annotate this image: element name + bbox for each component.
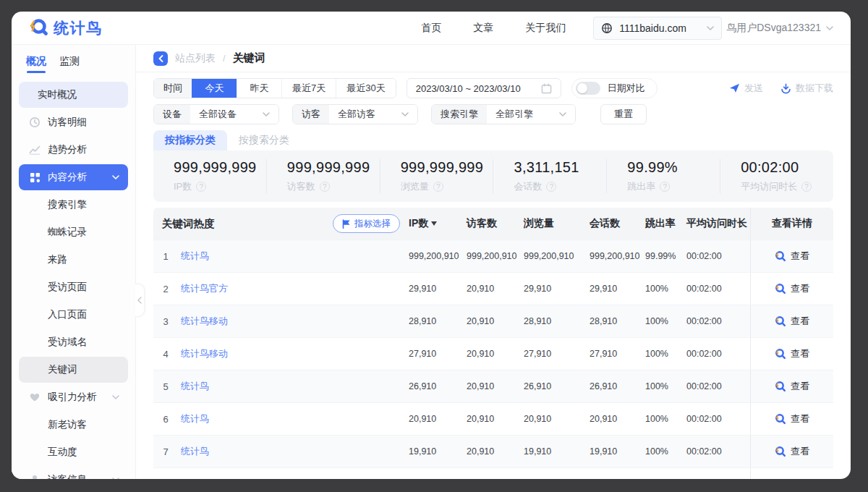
column-header-平均访问时长[interactable]: 平均访问时长 (686, 217, 750, 230)
view-button[interactable]: 查看 (775, 250, 809, 263)
cell-sessions: 20,910 (590, 414, 645, 424)
row-rank: 6 (153, 414, 178, 425)
chevron-down-icon (707, 26, 714, 30)
user-menu[interactable]: 鸟用户DSvga123321 (726, 22, 833, 35)
sidebar-item-visitor-detail[interactable]: 访客明细 (19, 109, 128, 135)
download-label: 数据下载 (796, 82, 833, 95)
brand-logo[interactable]: 统计鸟 (29, 17, 103, 39)
sidebar-item-visited-pages[interactable]: 受访页面 (19, 274, 128, 300)
sidebar-item-realtime-overview[interactable]: 实时概况 (19, 82, 128, 108)
chevron-down-icon (112, 395, 119, 399)
date-range-picker[interactable]: 2023/03/10 ~ 2023/03/10 (407, 78, 561, 98)
nav-link-1[interactable]: 文章 (473, 22, 493, 35)
breadcrumb-site-list[interactable]: 站点列表 (175, 52, 216, 65)
reset-button[interactable]: 重置 (600, 104, 647, 124)
sidebar-tab-overview[interactable]: 概况 (26, 55, 46, 73)
view-button[interactable]: 查看 (775, 347, 809, 360)
view-button[interactable]: 查看 (775, 478, 809, 479)
view-button[interactable]: 查看 (775, 412, 809, 425)
time-option-今天[interactable]: 今天 (192, 79, 237, 98)
help-icon[interactable]: ? (801, 182, 812, 192)
cell-visitors: 20,910 (467, 381, 524, 391)
sidebar-item-keywords[interactable]: 关键词 (19, 357, 128, 383)
sidebar-item-visited-domains[interactable]: 受访域名 (19, 329, 128, 355)
sidebar-collapse-handle[interactable] (135, 284, 145, 317)
tab-by-search[interactable]: 按搜索分类 (227, 130, 301, 150)
keyword-link[interactable]: 统计鸟移动 (178, 347, 409, 360)
sidebar-item-referrer[interactable]: 来路 (19, 247, 128, 273)
view-button[interactable]: 查看 (775, 315, 809, 328)
stat-value: 999,999,999 (287, 159, 380, 176)
column-header-访客数[interactable]: 访客数 (467, 217, 524, 230)
view-button[interactable]: 查看 (775, 282, 809, 295)
time-option-最近30天[interactable]: 最近30天 (336, 79, 395, 98)
filter-select-search-engine[interactable]: 搜索引擎全部引擎 (431, 104, 576, 124)
sidebar-item-attraction-analysis[interactable]: 吸引力分析 (19, 384, 128, 410)
sidebar-item-entry-pages[interactable]: 入口页面 (19, 302, 128, 328)
view-button[interactable]: 查看 (775, 445, 809, 458)
help-icon[interactable]: ? (433, 182, 443, 192)
column-header-浏览量[interactable]: 浏览量 (524, 217, 590, 230)
nav-link-0[interactable]: 首页 (421, 22, 441, 35)
view-detail-cell: 查看 (750, 468, 833, 479)
cell-ip: 26,910 (409, 381, 467, 391)
row-rank: 7 (153, 446, 178, 457)
column-header-会话数[interactable]: 会话数 (590, 217, 645, 230)
keyword-link[interactable]: 统计鸟 (178, 380, 409, 393)
time-option-最近7天[interactable]: 最近7天 (281, 79, 336, 98)
send-button[interactable]: 发送 (729, 82, 763, 95)
download-icon (780, 83, 791, 94)
search-icon (775, 283, 786, 294)
sidebar-item-spider-log[interactable]: 蜘蛛记录 (19, 219, 128, 245)
site-selector[interactable]: 1111baidu.com (593, 17, 722, 40)
column-header-IP数[interactable]: IP数 (409, 217, 467, 230)
sidebar-tabs: 概况监测 (12, 51, 128, 80)
time-option-昨天[interactable]: 昨天 (237, 79, 281, 98)
sidebar-item-visitor-info[interactable]: 访客信息 (19, 467, 128, 479)
sidebar-item-new-old-visitors[interactable]: 新老访客 (19, 412, 128, 438)
view-detail-cell: 查看 (750, 403, 833, 435)
sidebar-item-trend-analysis[interactable]: 趋势分析 (19, 137, 128, 163)
metric-select-button[interactable]: 指标选择 (333, 214, 400, 233)
send-label: 发送 (744, 82, 763, 95)
back-button[interactable] (153, 51, 168, 66)
row-rank: 1 (153, 251, 178, 262)
classification-tabs: 按指标分类按搜索分类 (136, 130, 851, 150)
keyword-link[interactable]: 统计鸟 (178, 445, 409, 458)
sidebar-item-search-engine[interactable]: 搜索引擎 (19, 192, 128, 218)
body-row: 概况监测 实时概况访客明细趋势分析内容分析搜索引擎蜘蛛记录来路受访页面入口页面受… (12, 45, 851, 479)
sidebar-item-label: 趋势分析 (48, 143, 87, 156)
tab-by-metric[interactable]: 按指标分类 (153, 130, 227, 150)
date-compare-toggle[interactable] (576, 82, 600, 95)
stat-label: 浏览量 (401, 180, 429, 193)
help-icon[interactable]: ? (546, 182, 556, 192)
cell-pageviews: 20,910 (524, 414, 590, 424)
filter-select-device[interactable]: 设备全部设备 (153, 104, 279, 124)
cell-visitors: 20,910 (467, 446, 524, 457)
column-header-跳出率[interactable]: 跳出率 (645, 217, 686, 230)
filter-select-visitor[interactable]: 访客全部访客 (292, 104, 418, 124)
help-icon[interactable]: ? (196, 182, 206, 192)
trend-icon (29, 144, 41, 156)
view-label: 查看 (791, 412, 809, 425)
download-button[interactable]: 数据下载 (780, 82, 833, 95)
cell-visitors: 20,910 (467, 349, 524, 359)
sidebar-item-content-analysis[interactable]: 内容分析 (19, 164, 128, 190)
view-button[interactable]: 查看 (775, 380, 809, 393)
sidebar-tab-monitor[interactable]: 监测 (59, 55, 80, 73)
calendar-icon (541, 83, 552, 94)
sidebar-item-engagement[interactable]: 互动度 (19, 439, 128, 465)
keyword-link[interactable]: 统计鸟移动 (178, 315, 409, 328)
keyword-link[interactable]: 统计鸟官方 (178, 282, 409, 295)
help-icon[interactable]: ? (320, 182, 330, 192)
help-icon[interactable]: ? (660, 182, 670, 192)
cell-visitors: 999,200,910 (467, 251, 524, 261)
keyword-link[interactable]: 统计鸟 (178, 478, 409, 479)
keyword-link[interactable]: 统计鸟 (178, 412, 409, 425)
metric-select-label: 指标选择 (354, 218, 391, 230)
nav-link-2[interactable]: 关于我们 (525, 22, 566, 35)
sidebar-item-label: 受访页面 (48, 281, 87, 294)
time-label: 时间 (154, 79, 192, 98)
selected-option: 全部访客 (338, 108, 375, 121)
keyword-link[interactable]: 统计鸟 (178, 250, 409, 263)
